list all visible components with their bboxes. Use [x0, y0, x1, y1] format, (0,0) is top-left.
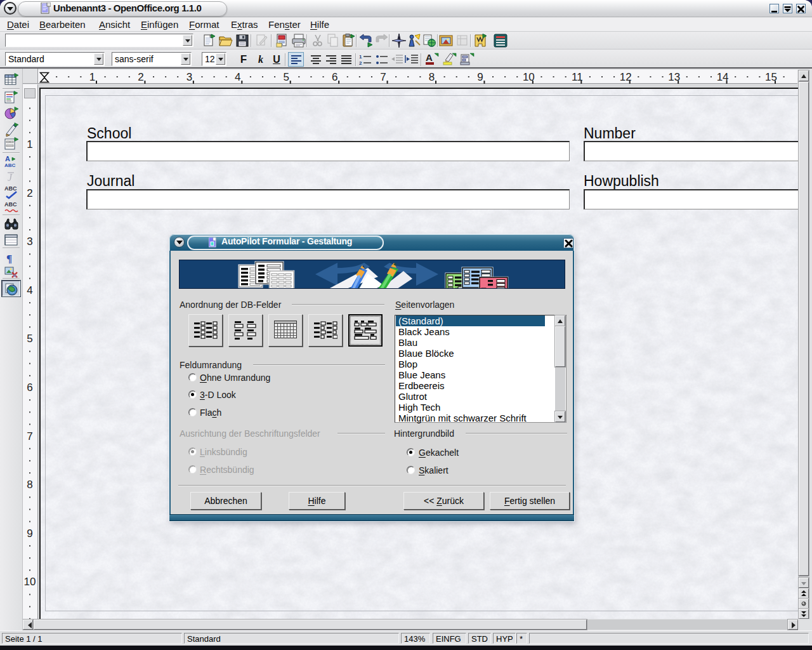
svg-text:ABC: ABC: [4, 201, 17, 208]
svg-text:8: 8: [429, 71, 435, 83]
svg-text:ABC: ABC: [4, 162, 16, 168]
svg-text:2: 2: [27, 187, 32, 199]
svg-text:A: A: [5, 155, 10, 162]
svg-text:ABC: ABC: [4, 185, 17, 192]
svg-text:7: 7: [380, 71, 386, 83]
svg-text:1: 1: [89, 71, 95, 83]
svg-text:7: 7: [27, 430, 32, 442]
svg-text:A: A: [426, 52, 433, 63]
svg-text:3: 3: [187, 71, 192, 83]
svg-text:5: 5: [27, 333, 32, 345]
svg-text:3: 3: [27, 235, 32, 248]
svg-text:4: 4: [27, 284, 32, 296]
svg-text:1: 1: [27, 138, 32, 150]
svg-text:5: 5: [283, 71, 289, 83]
svg-text:6: 6: [332, 71, 337, 83]
svg-text:¶: ¶: [6, 253, 12, 265]
svg-text:9: 9: [27, 527, 32, 540]
svg-text:J: J: [8, 172, 13, 183]
svg-text:10: 10: [24, 576, 36, 588]
svg-text:4: 4: [235, 71, 240, 83]
svg-text:1: 1: [359, 54, 362, 60]
svg-text:2: 2: [359, 60, 362, 66]
svg-text:8: 8: [27, 479, 32, 491]
svg-text:6: 6: [27, 381, 32, 394]
svg-text:9: 9: [477, 71, 483, 83]
svg-text:2: 2: [138, 71, 143, 83]
